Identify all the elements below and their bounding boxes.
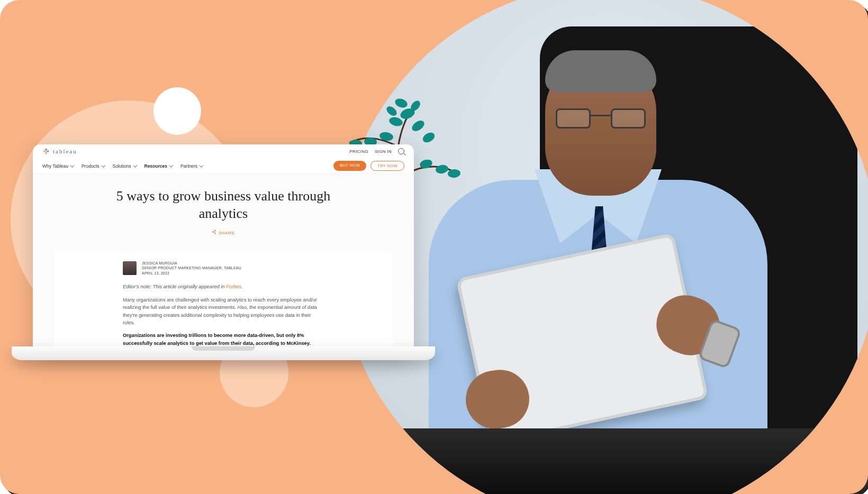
article-callout: Organizations are investing trillions to… — [123, 332, 324, 347]
author-name: JESSICA MURGUIA — [142, 261, 241, 266]
nav-label: Solutions — [113, 163, 131, 169]
nav-why-tableau[interactable]: Why Tableau — [42, 163, 73, 169]
article-title: 5 ways to grow business value through an… — [107, 188, 340, 222]
author-block: JESSICA MURGUIA SENIOR PRODUCT MARKETING… — [54, 261, 393, 283]
hero-card: tableau PRICING SIGN IN Why Tableau Prod… — [0, 0, 868, 494]
nav-label: Resources — [144, 163, 167, 169]
logo-text: tableau — [53, 148, 77, 154]
nav-label: Why Tableau — [42, 163, 68, 169]
nav-solutions[interactable]: Solutions — [113, 163, 136, 169]
chevron-down-icon — [70, 163, 74, 167]
share-label: SHARE — [219, 231, 235, 235]
share-icon — [212, 230, 216, 235]
search-icon[interactable] — [398, 148, 404, 154]
nav-resources[interactable]: Resources — [144, 163, 172, 169]
laptop-base — [12, 346, 435, 360]
tableau-logo-icon — [42, 148, 50, 155]
chevron-down-icon — [169, 163, 173, 167]
hero-photo — [339, 0, 868, 494]
buy-now-button[interactable]: BUY NOW — [333, 161, 366, 171]
author-avatar — [123, 261, 137, 275]
chevron-down-icon — [133, 163, 137, 167]
forbes-link[interactable]: Forbes — [226, 284, 241, 289]
chevron-down-icon — [199, 163, 203, 167]
decorative-circle-white — [153, 87, 201, 135]
article-body: 5 ways to grow business value through an… — [33, 174, 414, 356]
editors-note: Editor's note: This article originally a… — [123, 283, 324, 290]
share-button[interactable]: SHARE — [54, 230, 393, 235]
chevron-down-icon — [101, 163, 105, 167]
nav-label: Products — [82, 163, 100, 169]
primary-nav: Why Tableau Products Solutions Resources… — [33, 158, 414, 174]
signin-link[interactable]: SIGN IN — [375, 149, 392, 154]
laptop-screen: tableau PRICING SIGN IN Why Tableau Prod… — [33, 144, 414, 356]
nav-label: Partners — [180, 163, 197, 169]
tableau-logo[interactable]: tableau — [42, 148, 77, 155]
svg-line-27 — [213, 232, 215, 233]
svg-line-26 — [213, 231, 215, 232]
nav-products[interactable]: Products — [82, 163, 104, 169]
nav-partners[interactable]: Partners — [180, 163, 202, 169]
try-now-button[interactable]: TRY NOW — [370, 161, 404, 171]
article-paragraph: Many organizations are challenged with s… — [123, 296, 324, 327]
author-role: SENIOR PRODUCT MARKETING MANAGER, TABLEA… — [142, 266, 241, 270]
article-date: APRIL 13, 2022 — [142, 271, 241, 276]
pricing-link[interactable]: PRICING — [349, 149, 368, 154]
utility-bar: tableau PRICING SIGN IN — [33, 144, 414, 158]
